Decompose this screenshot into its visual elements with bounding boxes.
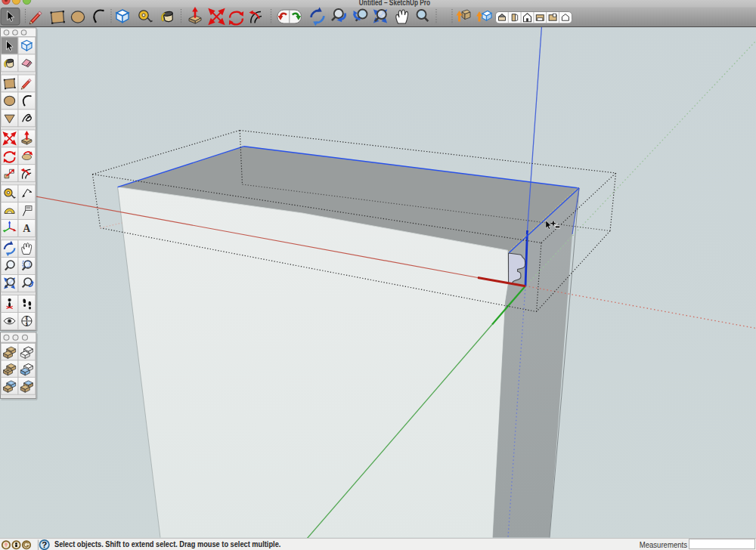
- svg-text:?: ?: [42, 540, 47, 549]
- svg-text:S: S: [26, 323, 28, 326]
- svg-text:A: A: [23, 223, 30, 234]
